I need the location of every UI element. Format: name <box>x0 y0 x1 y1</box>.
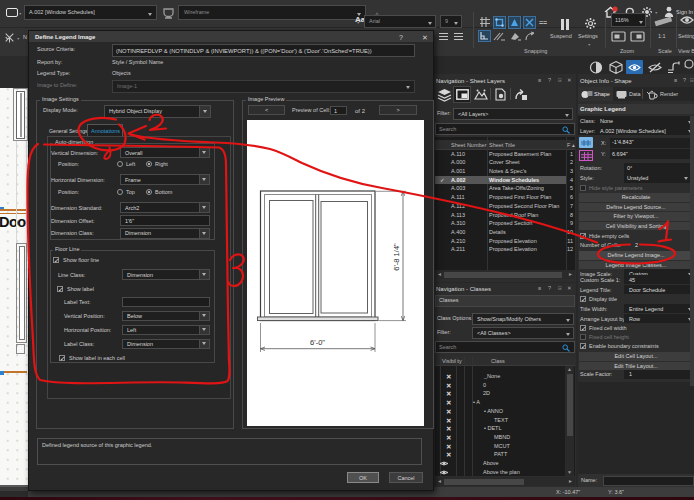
svg-text:6'-0": 6'-0" <box>310 338 325 347</box>
svg-text:6'-8 1/4": 6'-8 1/4" <box>392 243 401 271</box>
